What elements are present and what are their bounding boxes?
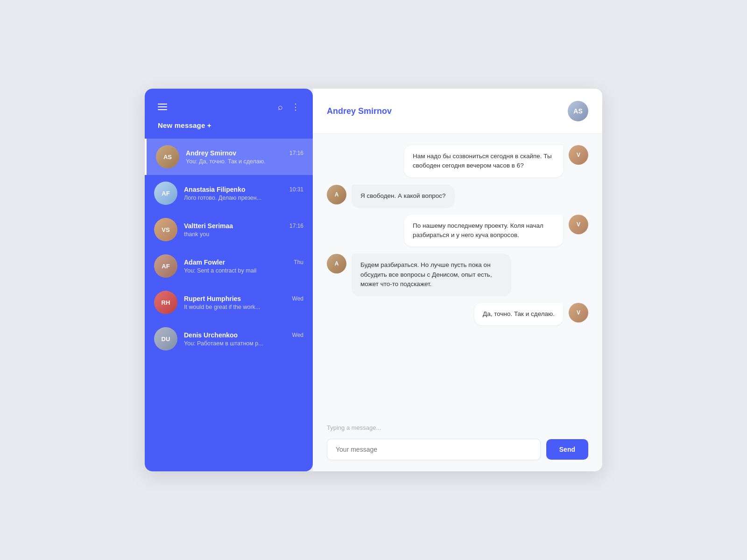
chat-header-avatar: AS xyxy=(568,101,588,121)
conversation-list: AS Andrey Smirnov 17:16 You: Да, точно. … xyxy=(145,139,313,471)
message-bubble-m3: По нашему последнему проекту. Коля начал… xyxy=(404,215,563,247)
conversation-item-denis[interactable]: DU Denis Urchenkoo Wed You: Работаем в ш… xyxy=(145,321,313,357)
chat-contact-name: Andrey Smirnov xyxy=(327,106,392,116)
message-avatar-m4: A xyxy=(327,254,346,273)
avatar-denis: DU xyxy=(154,327,177,350)
chat-header: Andrey Smirnov AS xyxy=(313,89,602,134)
typing-indicator: Typing a message... xyxy=(313,420,602,433)
conv-name-anastasia: Anastasia Filipenko xyxy=(184,186,245,193)
conv-time-anastasia: 10:31 xyxy=(289,186,303,193)
message-input[interactable] xyxy=(327,439,541,460)
conv-info-denis: Denis Urchenkoo Wed You: Работаем в штат… xyxy=(184,331,303,347)
conv-time-valtteri: 17:16 xyxy=(289,223,303,229)
chat-messages: Нам надо бы созвониться сегодня в скайпе… xyxy=(313,134,602,420)
conv-name-adam: Adam Fowler xyxy=(184,259,225,266)
conversation-item-valtteri[interactable]: VS Valtteri Serimaa 17:16 thank you xyxy=(145,211,313,248)
chat-input-area: Send xyxy=(313,433,602,471)
conv-info-valtteri: Valtteri Serimaa 17:16 thank you xyxy=(184,222,303,238)
avatar-adam: AF xyxy=(154,254,177,278)
chat-area: Andrey Smirnov AS Нам надо бы созвонитьс… xyxy=(313,89,602,471)
conversation-item-rupert[interactable]: RH Rupert Humphries Wed It would be grea… xyxy=(145,284,313,321)
conv-time-denis: Wed xyxy=(292,332,303,338)
conversation-item-adam[interactable]: AF Adam Fowler Thu You: Sent a contract … xyxy=(145,248,313,284)
new-message-button[interactable]: New message + xyxy=(145,121,313,139)
conv-info-anastasia: Anastasia Filipenko 10:31 Лого готово. Д… xyxy=(184,186,303,201)
conv-name-valtteri: Valtteri Serimaa xyxy=(184,222,233,230)
conv-preview-adam: You: Sent a contract by mail xyxy=(184,267,303,274)
send-button[interactable]: Send xyxy=(546,439,588,460)
conv-info-adam: Adam Fowler Thu You: Sent a contract by … xyxy=(184,259,303,274)
conv-preview-rupert: It would be great if the work... xyxy=(184,304,303,310)
conv-preview-denis: You: Работаем в штатном р... xyxy=(184,340,303,347)
avatar-andrey: AS xyxy=(156,145,179,168)
message-row-m2: A Я свободен. А какой вопрос? xyxy=(327,185,588,207)
more-options-icon[interactable]: ⋮ xyxy=(291,102,300,112)
conv-preview-valtteri: thank you xyxy=(184,231,303,238)
avatar-rupert: RH xyxy=(154,291,177,314)
conv-time-adam: Thu xyxy=(294,259,303,266)
conv-name-andrey: Andrey Smirnov xyxy=(186,149,236,157)
sidebar-header-icons: ⌕ ⋮ xyxy=(278,102,300,112)
message-avatar-m3: V xyxy=(569,215,588,234)
conv-info-rupert: Rupert Humphries Wed It would be great i… xyxy=(184,295,303,310)
sidebar-header: ⌕ ⋮ xyxy=(145,89,313,121)
conv-info-andrey: Andrey Smirnov 17:16 You: Да, точно. Так… xyxy=(186,149,303,165)
menu-icon[interactable] xyxy=(158,104,167,110)
message-row-m4: A Будем разбираться. Но лучше пусть пока… xyxy=(327,254,588,295)
message-avatar-m2: A xyxy=(327,185,346,204)
message-bubble-m2: Я свободен. А какой вопрос? xyxy=(352,185,454,207)
message-avatar-m1: V xyxy=(569,145,588,165)
message-bubble-m5: Да, точно. Так и сделаю. xyxy=(474,303,563,325)
conv-preview-andrey: You: Да, точно. Так и сделаю. xyxy=(186,158,303,165)
conversation-item-andrey[interactable]: AS Andrey Smirnov 17:16 You: Да, точно. … xyxy=(145,139,313,175)
avatar-anastasia: AF xyxy=(154,182,177,205)
message-row-m1: Нам надо бы созвониться сегодня в скайпе… xyxy=(327,145,588,177)
conv-preview-anastasia: Лого готово. Делаю презен... xyxy=(184,195,303,201)
search-icon[interactable]: ⌕ xyxy=(278,102,283,112)
conv-time-andrey: 17:16 xyxy=(289,150,303,156)
message-row-m3: По нашему последнему проекту. Коля начал… xyxy=(327,215,588,247)
avatar-valtteri: VS xyxy=(154,218,177,241)
message-bubble-m4: Будем разбираться. Но лучше пусть пока о… xyxy=(352,254,511,295)
message-row-m5: Да, точно. Так и сделаю. V xyxy=(327,303,588,325)
sidebar: ⌕ ⋮ New message + AS Andrey Smirnov 17:1… xyxy=(145,89,313,471)
message-bubble-m1: Нам надо бы созвониться сегодня в скайпе… xyxy=(404,145,563,177)
conv-name-rupert: Rupert Humphries xyxy=(184,295,241,302)
conversation-item-anastasia[interactable]: AF Anastasia Filipenko 10:31 Лого готово… xyxy=(145,175,313,211)
message-avatar-m5: V xyxy=(569,303,588,322)
conv-time-rupert: Wed xyxy=(292,295,303,302)
app-container: ⌕ ⋮ New message + AS Andrey Smirnov 17:1… xyxy=(145,89,602,471)
conv-name-denis: Denis Urchenkoo xyxy=(184,331,238,339)
